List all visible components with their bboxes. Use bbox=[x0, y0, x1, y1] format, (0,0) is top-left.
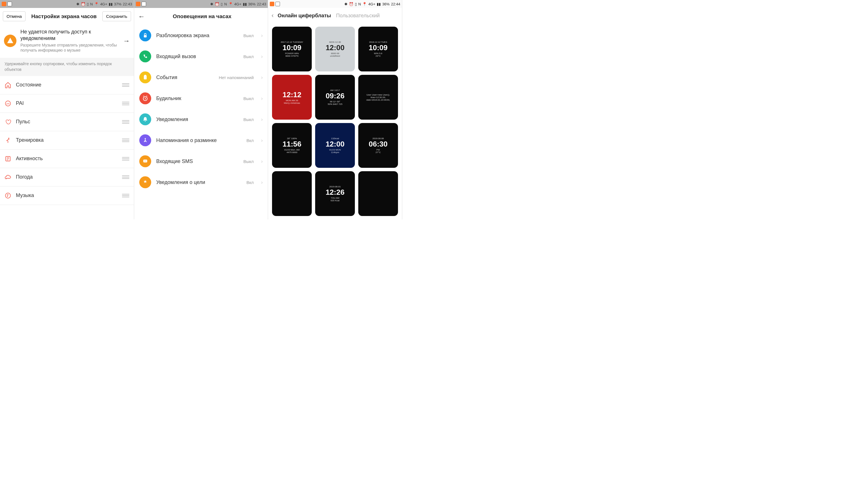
svg-rect-8 bbox=[144, 75, 146, 76]
drag-handle-icon[interactable] bbox=[122, 83, 129, 87]
battery-label: 36% bbox=[382, 2, 389, 6]
run-icon bbox=[4, 137, 11, 144]
notif-item-alarm[interactable]: Будильник Выкл › bbox=[134, 88, 268, 109]
wf-bottomline: 01/23 Mon. AM bbox=[284, 148, 299, 151]
bluetooth-icon: ✱ bbox=[344, 2, 347, 6]
save-button[interactable]: Сохранить bbox=[102, 11, 131, 21]
watchface-item[interactable]: 28° 100% 11:56 01/23 Mon. AM 4475 8000 bbox=[272, 123, 312, 168]
wf-topline: 28° 100% bbox=[287, 137, 297, 140]
arrow-right-icon: → bbox=[123, 37, 130, 45]
list-item-cloud[interactable]: Погода bbox=[0, 168, 134, 186]
watchface-item[interactable]: AM 10/17 09:26 98 12~30° 50% 8467 725 bbox=[315, 75, 355, 120]
calendar-icon bbox=[7, 2, 12, 6]
sort-hint: Удерживайте кнопку сортировки, чтобы изм… bbox=[0, 58, 134, 76]
bluetooth-icon: ✱ bbox=[76, 2, 80, 6]
watchface-item[interactable]: 132kcal 12:00 01/23 MON 114bpm bbox=[315, 123, 355, 168]
notif-item-stretch[interactable]: Напоминания о разминке Вкл › bbox=[134, 130, 268, 151]
svg-point-13 bbox=[145, 161, 145, 161]
cloud-icon bbox=[4, 174, 11, 181]
drag-handle-icon[interactable] bbox=[122, 194, 129, 197]
clock-label: 22:44 bbox=[391, 2, 400, 6]
wf-bottomline: THU AM bbox=[331, 197, 339, 199]
list-item-home[interactable]: Состояние bbox=[0, 76, 134, 94]
wf-time: 12:00 bbox=[326, 43, 345, 52]
chevron-right-icon: › bbox=[261, 116, 263, 123]
notif-label: Разблокировка экрана bbox=[156, 33, 238, 39]
watchface-item[interactable] bbox=[272, 171, 312, 216]
notif-status: Выкл bbox=[243, 159, 254, 164]
notif-item-sms[interactable]: Входящие SMS Выкл › bbox=[134, 151, 268, 172]
drag-handle-icon[interactable] bbox=[122, 120, 129, 124]
wf-topline: MON 12-30 bbox=[329, 41, 341, 43]
drag-handle-icon[interactable] bbox=[122, 157, 129, 160]
wf-bottomline: 01/23 MON bbox=[329, 148, 341, 151]
notif-status: Выкл bbox=[243, 54, 254, 59]
list-item-activity[interactable]: Активность bbox=[0, 150, 134, 168]
wf-topline: 2019.08.01 bbox=[329, 185, 341, 188]
list-item-label: Тренировка bbox=[16, 137, 118, 143]
wf-bottomline: 98 12~30° bbox=[330, 100, 341, 103]
network-icon: 4G+ bbox=[368, 2, 375, 6]
app-icon bbox=[136, 2, 140, 6]
drag-handle-icon[interactable] bbox=[122, 102, 129, 105]
lock-icon bbox=[139, 30, 151, 41]
tab-online[interactable]: Онлайн циферблаты bbox=[278, 13, 331, 19]
list-item-run[interactable]: Тренировка bbox=[0, 131, 134, 150]
alarm-icon: ⏰ bbox=[349, 2, 353, 6]
svg-text:pai: pai bbox=[6, 102, 10, 105]
watchface-item[interactable]: 2018.12.12 TUES 10:09 90% 5.6 23°C bbox=[358, 26, 398, 71]
screen-watch-settings: ✱ ⏰ ▯ N 📍 4G+ ▮▮ 37% 22:43 Отмена Настро… bbox=[0, 0, 134, 219]
list-item-heart[interactable]: Пульс bbox=[0, 113, 134, 131]
header: Отмена Настройки экрана часов Сохранить bbox=[0, 8, 134, 25]
tab-custom[interactable]: Пользовательский bbox=[336, 13, 380, 19]
drag-handle-icon[interactable] bbox=[122, 139, 129, 142]
notif-item-clipboard[interactable]: События Нет напоминаний › bbox=[134, 67, 268, 88]
notif-status: Выкл bbox=[243, 33, 254, 38]
back-button[interactable]: ← bbox=[138, 13, 145, 20]
list-item-label: PAI bbox=[16, 100, 118, 106]
nfc-icon: N bbox=[90, 2, 93, 6]
notif-label: Входящий вызов bbox=[156, 54, 238, 59]
notif-label: Будильник bbox=[156, 95, 238, 102]
notification-list: Разблокировка экрана Выкл › Входящий выз… bbox=[134, 25, 268, 193]
list-item-label: Погода bbox=[16, 174, 118, 180]
signal-icon: ▮▮ bbox=[243, 2, 247, 6]
watchface-item[interactable]: 12:12 MON AM 26 Merry christmas bbox=[272, 75, 312, 120]
notif-item-goal[interactable]: Уведомления о цели Вкл › bbox=[134, 172, 268, 193]
drag-handle-icon[interactable] bbox=[122, 176, 129, 179]
app-icon bbox=[270, 2, 274, 6]
permission-notice[interactable]: Не удается получить доступ к уведомления… bbox=[0, 25, 134, 58]
notif-status: Нет напоминаний bbox=[219, 75, 254, 80]
list-item-pai[interactable]: pai PAI bbox=[0, 94, 134, 113]
status-bar: ✱ ⏰ ▯ N 📍 4G+ ▮▮ 36% 22:44 bbox=[268, 0, 402, 8]
notif-label: События bbox=[156, 75, 214, 80]
stretch-icon bbox=[139, 134, 151, 146]
back-button[interactable]: ‹ bbox=[272, 12, 274, 19]
list-item-label: Состояние bbox=[16, 82, 118, 88]
watchface-grid[interactable]: 2017.12.12 TUESDAY 10:09 POWER 68% 8000 … bbox=[268, 23, 402, 219]
heart-icon bbox=[4, 119, 11, 125]
watchface-item[interactable]: User User=new User(); time=12:30:26; dat… bbox=[358, 75, 398, 120]
watchface-item[interactable]: 2019.08.01 12:26 THU AM 620 Kcal bbox=[315, 171, 355, 216]
watchface-item[interactable]: 2017.12.12 TUESDAY 10:09 POWER 68% 8000 … bbox=[272, 26, 312, 71]
notif-label: Уведомления bbox=[156, 116, 238, 123]
watchface-item[interactable]: MON 12-30 12:00 8000 68 undefined bbox=[315, 26, 355, 71]
nfc-icon: N bbox=[358, 2, 361, 6]
network-icon: 4G+ bbox=[234, 2, 241, 6]
vibrate-icon: ▯ bbox=[87, 2, 89, 6]
clock-label: 22:43 bbox=[257, 2, 266, 6]
goal-icon bbox=[139, 176, 151, 188]
wf-time: 10:09 bbox=[369, 43, 388, 52]
watchface-item[interactable]: 2019.08.08 06:30 PM 27°C bbox=[358, 123, 398, 168]
watchface-item[interactable] bbox=[358, 171, 398, 216]
notif-item-bell[interactable]: Уведомления Выкл › bbox=[134, 109, 268, 130]
wf-topline: 2017.12.12 TUESDAY bbox=[281, 41, 303, 43]
list-item-music[interactable]: Музыка bbox=[0, 186, 134, 205]
notice-subtitle: Разрешите Музыке отправлять уведомления,… bbox=[20, 42, 119, 53]
notif-item-phone[interactable]: Входящий вызов Выкл › bbox=[134, 46, 268, 67]
notif-item-lock[interactable]: Разблокировка экрана Выкл › bbox=[134, 25, 268, 46]
cancel-button[interactable]: Отмена bbox=[3, 11, 25, 21]
svg-point-5 bbox=[7, 196, 8, 197]
wf-extra: 4475 8000 bbox=[286, 151, 297, 154]
activity-icon bbox=[4, 155, 11, 162]
